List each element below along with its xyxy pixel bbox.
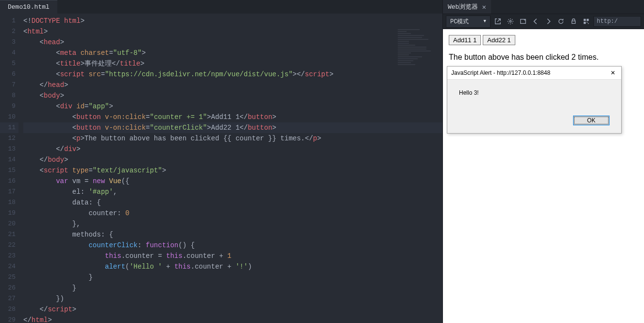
svg-rect-6: [587, 22, 588, 23]
open-external-icon[interactable]: [492, 16, 503, 27]
close-icon[interactable]: ✕: [609, 69, 617, 76]
back-icon[interactable]: [530, 16, 541, 27]
mode-select[interactable]: PC模式 ▼: [446, 16, 491, 28]
editor-body: 1 2 3 4 5 6 7 8 9 10 11 12 13 14 15 16 1…: [0, 14, 442, 323]
line-number: 3: [0, 37, 18, 48]
svg-rect-3: [584, 19, 586, 21]
url-input[interactable]: [593, 16, 641, 27]
svg-rect-7: [588, 23, 589, 24]
alert-titlebar: JavaScript Alert - http://127.0.0.1:8848…: [447, 67, 621, 80]
line-number: 10: [0, 112, 18, 122]
line-number: 4: [0, 48, 18, 58]
forward-icon[interactable]: [543, 16, 554, 27]
svg-point-0: [509, 20, 511, 22]
refresh-icon[interactable]: [556, 16, 566, 27]
line-number: 22: [0, 240, 18, 251]
svg-rect-4: [587, 19, 589, 21]
line-number: 6: [0, 69, 18, 80]
line-number: 8: [0, 90, 18, 101]
alert-body: Hello 3! OK: [447, 80, 621, 133]
line-number: 11: [0, 122, 18, 133]
svg-rect-2: [572, 21, 575, 23]
mode-label: PC模式: [450, 17, 469, 26]
line-number: 27: [0, 293, 18, 304]
qrcode-icon[interactable]: [581, 16, 592, 27]
browser-viewport: Add11 1 Add22 1 The button above has bee…: [443, 29, 644, 323]
line-number: 14: [0, 154, 18, 165]
add22-button[interactable]: Add22 1: [483, 35, 515, 45]
line-number: 29: [0, 315, 18, 323]
line-number: 16: [0, 176, 18, 187]
line-number: 21: [0, 229, 18, 240]
line-number: 9: [0, 101, 18, 112]
editor-tabs: Demo10.html: [0, 0, 442, 14]
line-number: 12: [0, 133, 18, 144]
line-number-gutter: 1 2 3 4 5 6 7 8 9 10 11 12 13 14 15 16 1…: [0, 14, 18, 323]
close-icon[interactable]: ✕: [482, 3, 486, 11]
line-number: 24: [0, 261, 18, 272]
line-number: 28: [0, 304, 18, 315]
alert-message: Hello 3!: [459, 89, 610, 96]
svg-rect-5: [584, 22, 586, 24]
line-number: 5: [0, 58, 18, 69]
chevron-down-icon: ▼: [483, 19, 486, 24]
browser-tab-label: Web浏览器: [448, 2, 478, 11]
line-number: 13: [0, 144, 18, 154]
browser-tabs: Web浏览器 ✕: [443, 0, 644, 14]
add11-button[interactable]: Add11 1: [449, 35, 481, 45]
web-browser-pane: Web浏览器 ✕ PC模式 ▼ Add11 1 Add22 1 The butt…: [442, 0, 644, 323]
alert-ok-button[interactable]: OK: [573, 116, 610, 125]
code-area[interactable]: <!DOCTYPE html><html> <head> <meta chars…: [18, 14, 442, 323]
line-number: 23: [0, 251, 18, 261]
line-number: 20: [0, 219, 18, 229]
lock-icon[interactable]: [568, 16, 579, 27]
line-number: 15: [0, 165, 18, 176]
click-count-text: The button above has been clicked 2 time…: [449, 53, 638, 62]
javascript-alert-dialog: JavaScript Alert - http://127.0.0.1:8848…: [447, 66, 622, 134]
editor-tab-label: Demo10.html: [8, 3, 50, 11]
line-number: 25: [0, 272, 18, 283]
line-number: 17: [0, 187, 18, 197]
line-number: 18: [0, 197, 18, 208]
line-number: 26: [0, 283, 18, 293]
browser-tab[interactable]: Web浏览器 ✕: [443, 0, 491, 14]
screenshot-icon[interactable]: [518, 16, 528, 27]
alert-title: JavaScript Alert - http://127.0.0.1:8848: [451, 69, 550, 76]
editor-tab-demo10[interactable]: Demo10.html: [0, 0, 57, 14]
line-number: 19: [0, 208, 18, 219]
line-number: 2: [0, 26, 18, 37]
line-number: 7: [0, 80, 18, 90]
gear-icon[interactable]: [505, 16, 516, 27]
browser-toolbar: PC模式 ▼: [443, 14, 644, 29]
line-number: 1: [0, 16, 18, 26]
code-editor-pane: Demo10.html 1 2 3 4 5 6 7 8 9 10 11 12 1…: [0, 0, 442, 323]
